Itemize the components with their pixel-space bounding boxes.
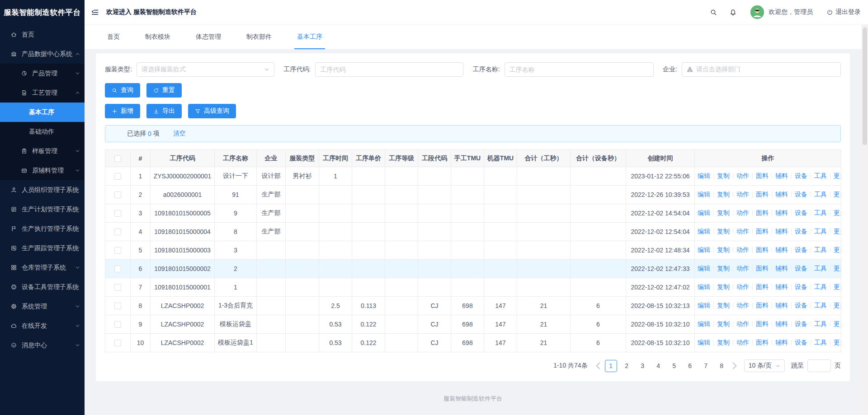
op-copy-link[interactable]: 复制: [717, 265, 730, 272]
garment-type-select[interactable]: 请选择服装款式: [137, 62, 274, 77]
op-equipment-link[interactable]: 设备: [795, 302, 807, 309]
op-more-link[interactable]: 更多: [834, 265, 841, 272]
op-copy-link[interactable]: 复制: [717, 320, 730, 327]
user-info[interactable]: 欢迎您，管理员: [750, 5, 813, 19]
clear-selection-link[interactable]: 清空: [173, 130, 186, 138]
op-edit-link[interactable]: 编辑: [698, 172, 710, 179]
op-accessory-link[interactable]: 辅料: [775, 265, 788, 272]
op-fabric-link[interactable]: 面料: [756, 246, 769, 253]
op-tool-link[interactable]: 工具: [814, 320, 827, 327]
op-tool-link[interactable]: 工具: [814, 339, 827, 346]
op-equipment-link[interactable]: 设备: [795, 320, 807, 327]
op-fabric-link[interactable]: 面料: [756, 265, 769, 272]
sidebar-item-product-data-center[interactable]: 产品数据中心系统: [0, 44, 85, 64]
op-edit-link[interactable]: 编辑: [698, 228, 710, 235]
sidebar-item-personnel-org[interactable]: 人员组织管理子系统: [0, 180, 85, 200]
row-checkbox[interactable]: [114, 247, 121, 254]
op-edit-link[interactable]: 编辑: [698, 320, 710, 327]
op-fabric-link[interactable]: 面料: [756, 283, 769, 290]
scrollbar[interactable]: [862, 25, 868, 415]
page-button[interactable]: 5: [668, 360, 680, 372]
op-copy-link[interactable]: 复制: [717, 339, 730, 346]
op-tool-link[interactable]: 工具: [814, 228, 827, 235]
op-tool-link[interactable]: 工具: [814, 191, 827, 198]
op-accessory-link[interactable]: 辅料: [775, 339, 788, 346]
op-accessory-link[interactable]: 辅料: [775, 191, 788, 198]
op-equipment-link[interactable]: 设备: [795, 209, 807, 216]
op-edit-link[interactable]: 编辑: [698, 209, 710, 216]
op-more-link[interactable]: 更多: [834, 191, 841, 198]
op-accessory-link[interactable]: 辅料: [775, 172, 788, 179]
page-size-select[interactable]: 10 条/页: [744, 359, 785, 372]
op-copy-link[interactable]: 复制: [717, 283, 730, 290]
prev-page-button[interactable]: [593, 360, 603, 372]
op-accessory-link[interactable]: 辅料: [775, 320, 788, 327]
op-more-link[interactable]: 更多: [834, 209, 841, 216]
add-button[interactable]: 新增: [105, 104, 140, 118]
tab-1[interactable]: 制衣模块: [136, 25, 179, 49]
tab-4-active[interactable]: 基本工序: [288, 25, 331, 49]
row-checkbox[interactable]: [114, 266, 121, 272]
page-button[interactable]: 7: [700, 360, 712, 372]
page-jump-input[interactable]: [807, 359, 831, 372]
op-tool-link[interactable]: 工具: [814, 283, 827, 290]
process-name-input[interactable]: [505, 62, 654, 77]
op-equipment-link[interactable]: 设备: [795, 228, 807, 235]
sidebar-item-basic-process[interactable]: 基本工序: [0, 103, 85, 122]
tab-0[interactable]: 首页: [98, 25, 129, 49]
op-action-link[interactable]: 动作: [736, 302, 749, 309]
page-button-current[interactable]: 1: [605, 360, 617, 372]
op-tool-link[interactable]: 工具: [814, 265, 827, 272]
sidebar-item-message-center[interactable]: 消息中心: [0, 336, 85, 355]
logout-button[interactable]: 退出登录: [826, 8, 861, 16]
scrollbar-thumb[interactable]: [863, 28, 867, 145]
op-copy-link[interactable]: 复制: [717, 302, 730, 309]
op-fabric-link[interactable]: 面料: [756, 339, 769, 346]
op-accessory-link[interactable]: 辅料: [775, 283, 788, 290]
op-more-link[interactable]: 更多: [834, 172, 841, 179]
sidebar-item-basic-action[interactable]: 基础动作: [0, 122, 85, 141]
op-equipment-link[interactable]: 设备: [795, 339, 807, 346]
bell-icon[interactable]: [729, 9, 737, 16]
row-checkbox[interactable]: [114, 228, 121, 235]
op-copy-link[interactable]: 复制: [717, 191, 730, 198]
menu-fold-icon[interactable]: [90, 8, 99, 17]
op-accessory-link[interactable]: 辅料: [775, 228, 788, 235]
op-more-link[interactable]: 更多: [834, 320, 841, 327]
op-copy-link[interactable]: 复制: [717, 209, 730, 216]
row-checkbox[interactable]: [114, 284, 121, 291]
sidebar-item-system-mgmt[interactable]: 系统管理: [0, 297, 85, 316]
sidebar-item-online-dev[interactable]: 在线开发: [0, 316, 85, 336]
op-action-link[interactable]: 动作: [736, 191, 749, 198]
op-fabric-link[interactable]: 面料: [756, 302, 769, 309]
export-button[interactable]: 导出: [146, 104, 182, 118]
op-edit-link[interactable]: 编辑: [698, 246, 710, 253]
sidebar-item-production-track[interactable]: 生产跟踪管理子系统: [0, 238, 85, 258]
op-accessory-link[interactable]: 辅料: [775, 209, 788, 216]
row-checkbox[interactable]: [114, 191, 121, 198]
next-page-button[interactable]: [730, 360, 740, 372]
op-accessory-link[interactable]: 辅料: [775, 302, 788, 309]
op-equipment-link[interactable]: 设备: [795, 191, 807, 198]
sidebar-item-home[interactable]: 首页: [0, 25, 85, 44]
process-code-input[interactable]: [315, 62, 463, 77]
op-copy-link[interactable]: 复制: [717, 228, 730, 235]
op-more-link[interactable]: 更多: [834, 339, 841, 346]
sidebar-item-production-plan[interactable]: 生产计划管理子系统: [0, 200, 85, 219]
tab-3[interactable]: 制衣部件: [237, 25, 281, 49]
op-equipment-link[interactable]: 设备: [795, 283, 807, 290]
op-action-link[interactable]: 动作: [736, 172, 749, 179]
op-more-link[interactable]: 更多: [834, 228, 841, 235]
select-all-checkbox[interactable]: [114, 155, 121, 162]
page-button[interactable]: 2: [621, 360, 633, 372]
page-button[interactable]: 6: [684, 360, 696, 372]
op-tool-link[interactable]: 工具: [814, 246, 827, 253]
op-fabric-link[interactable]: 面料: [756, 172, 769, 179]
row-checkbox[interactable]: [114, 210, 121, 217]
op-copy-link[interactable]: 复制: [717, 246, 730, 253]
op-fabric-link[interactable]: 面料: [756, 320, 769, 327]
op-action-link[interactable]: 动作: [736, 228, 749, 235]
department-picker[interactable]: 请点击选择部门: [682, 62, 841, 77]
reset-button[interactable]: 重置: [146, 83, 182, 98]
page-button[interactable]: 3: [637, 360, 649, 372]
